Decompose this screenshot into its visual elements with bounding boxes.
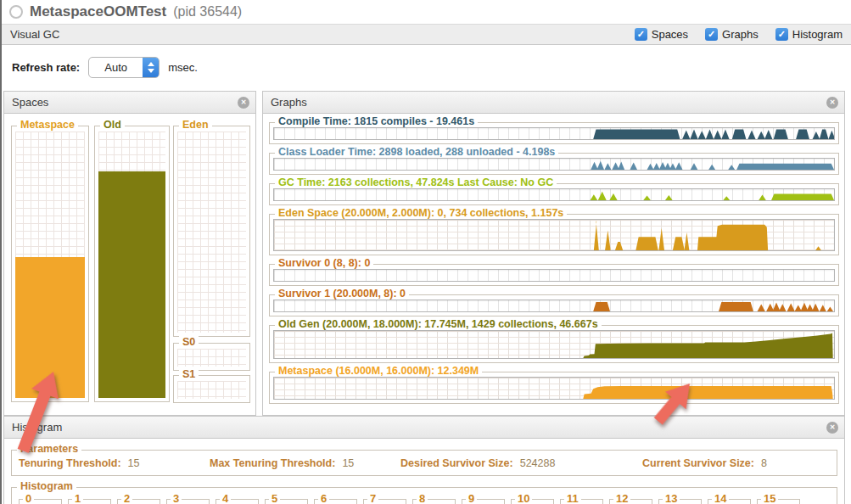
graph-title: Old Gen (20.000M, 18.000M): 17.745M, 142…: [275, 318, 602, 330]
histogram-panel-header: Histogram: [4, 417, 844, 439]
graph-title: Eden Space (20.000M, 2.000M): 0, 734 col…: [275, 207, 567, 219]
close-icon[interactable]: [826, 422, 838, 434]
survivor1-sparkline: [273, 300, 835, 312]
graph-row-eden: Eden Space (20.000M, 2.000M): 0, 734 col…: [269, 214, 839, 255]
graph-row-survivor1: Survivor 1 (20.000M, 8): 0: [269, 294, 839, 316]
chevron-up-icon: [148, 62, 154, 66]
page-title-pid: (pid 36544): [173, 4, 242, 20]
stepper-icon[interactable]: [143, 58, 159, 77]
histogram-bin-13: 13: [658, 499, 702, 504]
refresh-rate-value: Auto: [89, 58, 143, 77]
space-box-label: Metaspace: [17, 119, 78, 131]
histogram-bin-9: 9: [462, 499, 505, 504]
spaces-panel: Spaces Metaspace Old Eden S0: [3, 91, 256, 416]
checkbox-checked-icon: [705, 28, 718, 41]
space-grid: [15, 132, 85, 398]
busy-indicator-icon: [9, 5, 23, 19]
histogram-panel: Histogram Parameters Tenuring Threshold:…: [3, 416, 845, 504]
graph-title: Class Loader Time: 2898 loaded, 288 unlo…: [275, 146, 558, 158]
old-usage-bar: [98, 171, 165, 398]
gc-time-sparkline: [273, 188, 835, 201]
graph-title: Survivor 0 (8, 8): 0: [275, 257, 373, 269]
refresh-rate-select[interactable]: Auto: [88, 57, 160, 78]
checkbox-histogram[interactable]: Histogram: [775, 28, 843, 41]
graph-row-old-gen: Old Gen (20.000M, 18.000M): 17.745M, 142…: [269, 325, 839, 363]
histogram-bin-0: 0: [19, 499, 62, 504]
graph-row-class-loader: Class Loader Time: 2898 loaded, 288 unlo…: [269, 153, 839, 175]
graphs-panel: Graphs Compile Time: 1815 compiles - 19.…: [262, 91, 845, 416]
tabbar: Visual GC Spaces Graphs Histogram: [2, 24, 851, 45]
space-box-metaspace: Metaspace: [11, 126, 89, 402]
graphs-panel-title: Graphs: [271, 96, 307, 109]
histogram-bin-5: 5: [265, 499, 308, 504]
close-icon[interactable]: [238, 97, 249, 109]
space-box-eden: Eden: [173, 126, 250, 337]
histogram-bin-10: 10: [511, 499, 554, 504]
space-box-old: Old: [94, 126, 170, 402]
graph-title: GC Time: 2163 collections, 47.824s Last …: [275, 176, 557, 188]
tenuring-threshold: Tenuring Threshold:15: [19, 457, 140, 469]
space-grid: [177, 349, 246, 367]
histogram-bin-4: 4: [216, 499, 259, 504]
spaces-panel-title: Spaces: [12, 96, 48, 109]
refresh-rate-label: Refresh rate:: [12, 61, 80, 74]
tab-visual-gc[interactable]: Visual GC: [10, 28, 59, 41]
graph-row-survivor0: Survivor 0 (8, 8): 0: [269, 264, 839, 286]
histogram-bin-8: 8: [412, 499, 456, 504]
checkbox-graphs[interactable]: Graphs: [705, 28, 759, 41]
current-survivor-size: Current Survivor Size:8: [642, 457, 767, 469]
space-grid: [177, 381, 246, 399]
close-icon[interactable]: [826, 97, 838, 109]
graph-row-metaspace: Metaspace (16.000M, 16.000M): 12.349M: [269, 372, 839, 404]
space-box-label: Old: [100, 119, 125, 131]
titlebar: MetaspaceOOMTest (pid 36544): [2, 0, 851, 24]
histogram-bin-6: 6: [314, 499, 357, 504]
space-box-label: Eden: [179, 119, 212, 131]
eden-sparkline: [273, 219, 835, 251]
compile-time-sparkline: [273, 127, 835, 140]
space-grid: [98, 132, 165, 398]
histogram-bin-15: 15: [757, 499, 800, 504]
histogram-bin-12: 12: [609, 499, 652, 504]
graphs-panel-header: Graphs: [263, 92, 844, 114]
refresh-rate-unit: msec.: [168, 61, 198, 74]
checkbox-checked-icon: [775, 28, 788, 41]
graph-title: Metaspace (16.000M, 16.000M): 12.349M: [275, 365, 482, 377]
histogram-bin-3: 3: [166, 499, 210, 504]
space-box-s0: S0: [173, 343, 250, 371]
histogram-panel-title: Histogram: [12, 421, 62, 434]
graph-row-compile-time: Compile Time: 1815 compiles - 19.461s: [269, 122, 839, 144]
metaspace-usage-bar: [15, 257, 85, 398]
space-box-label: S0: [179, 336, 199, 348]
visualvm-window: MetaspaceOOMTest (pid 36544) Visual GC S…: [0, 0, 851, 504]
graph-row-gc-time: GC Time: 2163 collections, 47.824s Last …: [269, 183, 839, 205]
histogram-bin-14: 14: [708, 499, 751, 504]
histogram-groupbox-title: Histogram: [17, 480, 76, 492]
class-loader-sparkline: [273, 158, 835, 171]
space-grid: [177, 132, 246, 333]
spaces-panel-header: Spaces: [4, 92, 255, 114]
view-toggles: Spaces Graphs Histogram: [635, 28, 843, 41]
histogram-bin-11: 11: [560, 499, 603, 504]
checkbox-spaces[interactable]: Spaces: [635, 28, 688, 41]
old-gen-sparkline: [273, 330, 835, 359]
page-title: MetaspaceOOMTest: [30, 3, 166, 20]
histogram-groupbox: Histogram 0123456789101112131415: [11, 487, 837, 504]
space-box-s1: S1: [173, 375, 250, 403]
max-tenuring-threshold: Max Tenuring Threshold:15: [210, 457, 354, 469]
metaspace-sparkline: [273, 377, 835, 400]
histogram-bin-2: 2: [117, 499, 160, 504]
chevron-down-icon: [148, 69, 154, 73]
parameters-groupbox: Parameters Tenuring Threshold:15 Max Ten…: [11, 450, 837, 476]
survivor0-sparkline: [273, 269, 835, 282]
histogram-bins: 0123456789101112131415: [19, 499, 833, 504]
refresh-rate-row: Refresh rate: Auto msec.: [2, 47, 851, 87]
histogram-bin-1: 1: [68, 499, 111, 504]
desired-survivor-size: Desired Survivor Size:524288: [400, 457, 555, 469]
graph-title: Compile Time: 1815 compiles - 19.461s: [275, 115, 478, 127]
space-box-label: S1: [179, 368, 199, 380]
checkbox-checked-icon: [635, 28, 647, 41]
graph-title: Survivor 1 (20.000M, 8): 0: [275, 288, 409, 300]
parameters-title: Parameters: [17, 443, 81, 455]
graphs-body: Compile Time: 1815 compiles - 19.461s Cl…: [263, 113, 844, 415]
